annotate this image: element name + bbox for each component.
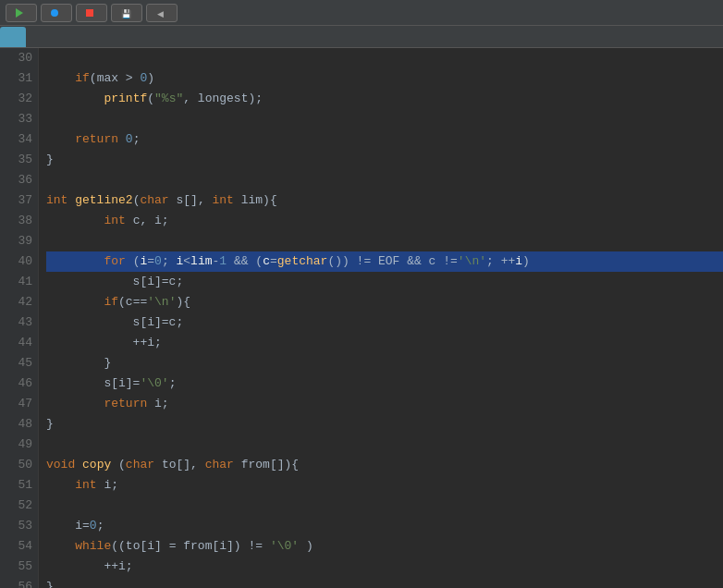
code-line: return 0;	[46, 129, 723, 150]
code-line: s[i]='\0';	[46, 374, 723, 394]
code-line: s[i]=c;	[46, 272, 723, 292]
stop-button[interactable]	[76, 4, 107, 22]
submit-button[interactable]: ◀	[146, 4, 178, 22]
code-line: for (i=0; i<lim-1 && (c=getchar()) != EO…	[46, 251, 723, 272]
debug-button[interactable]	[41, 4, 72, 22]
code-line: s[i]=c;	[46, 312, 723, 333]
code-line	[46, 231, 723, 251]
code-line	[46, 170, 723, 190]
tab-main-c[interactable]	[0, 27, 26, 47]
run-icon	[16, 8, 23, 18]
code-line	[46, 435, 723, 455]
code-line: ++i;	[46, 333, 723, 353]
save-icon: 💾	[121, 9, 129, 17]
toolbar: 💾 ◀	[0, 0, 723, 26]
code-line: return i;	[46, 394, 723, 414]
tab-bar	[0, 26, 723, 48]
code-line: }	[46, 150, 723, 170]
code-editor[interactable]: if(max > 0) printf("%s", longest); retur…	[39, 48, 723, 588]
code-line: }	[46, 414, 723, 435]
code-line	[46, 48, 723, 68]
code-line: printf("%s", longest);	[46, 89, 723, 109]
code-line: void copy (char to[], char from[]){	[46, 455, 723, 475]
code-line: if(c=='\n'){	[46, 292, 723, 312]
code-line: int i;	[46, 475, 723, 496]
code-line: int c, i;	[46, 211, 723, 231]
code-area: 3031323334353637383940414243444546474849…	[0, 48, 723, 588]
save-button[interactable]: 💾	[111, 4, 142, 22]
code-line: if(max > 0)	[46, 68, 723, 89]
code-line: i=0;	[46, 516, 723, 536]
debug-icon	[51, 9, 58, 17]
code-line: while((to[i] = from[i]) != '\0' )	[46, 536, 723, 557]
submit-icon: ◀	[156, 9, 164, 17]
code-line: }	[46, 577, 723, 588]
line-numbers: 3031323334353637383940414243444546474849…	[0, 48, 39, 588]
code-line	[46, 496, 723, 516]
code-line: }	[46, 353, 723, 374]
stop-icon	[86, 9, 93, 17]
run-button[interactable]	[6, 4, 37, 22]
code-line	[46, 109, 723, 129]
code-line: ++i;	[46, 557, 723, 577]
code-line: int getline2(char s[], int lim){	[46, 190, 723, 211]
